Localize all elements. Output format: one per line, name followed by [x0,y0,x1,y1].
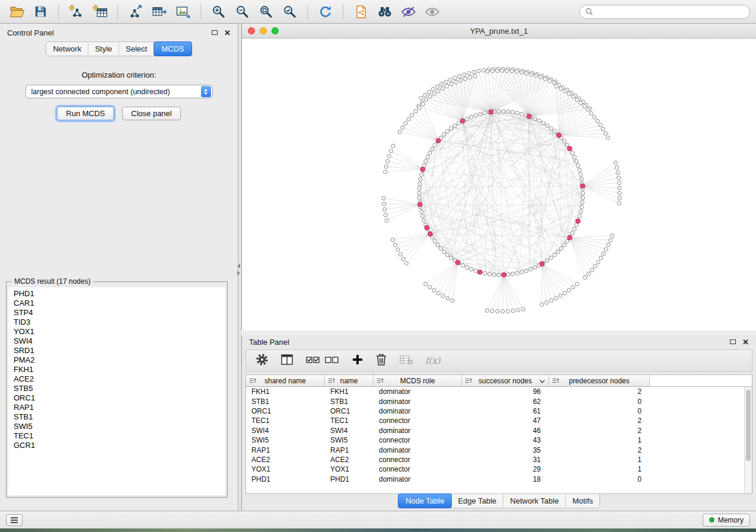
mcds-result-item[interactable]: RAP1 [8,403,225,412]
network-node[interactable] [428,151,432,155]
table-settings-button[interactable] [256,353,269,368]
network-node[interactable] [520,112,524,116]
network-node[interactable] [404,121,407,125]
network-node[interactable] [465,265,469,269]
network-node[interactable] [580,177,583,181]
network-node[interactable] [436,291,440,295]
network-node[interactable] [511,309,515,313]
network-node[interactable] [428,286,432,289]
table-scrollbar[interactable] [744,387,752,493]
share-document-button[interactable] [350,2,372,21]
network-node[interactable] [572,286,575,289]
import-network-button[interactable] [65,2,87,21]
mcds-result-item[interactable]: ACE2 [8,374,225,384]
zoom-fit-button[interactable] [255,2,277,21]
network-node[interactable] [465,117,469,120]
network-node[interactable] [511,273,515,276]
network-node[interactable] [580,205,583,209]
table-row[interactable]: TEC1TEC1connector472 [246,416,752,425]
network-node[interactable] [553,81,556,85]
network-node[interactable] [391,238,395,242]
network-node[interactable] [449,82,453,86]
mcds-result-item[interactable]: FKH1 [8,365,225,374]
network-node[interactable] [401,257,405,261]
network-node[interactable] [578,214,581,218]
network-node[interactable] [418,182,422,185]
network-node[interactable] [541,121,545,125]
table-row[interactable]: RAP1RAP1dominator352 [246,445,752,454]
network-node[interactable] [436,243,439,246]
network-node[interactable] [579,101,583,105]
network-node[interactable] [426,155,429,159]
mcds-result-item[interactable]: TID3 [8,318,225,327]
table-row[interactable]: SWI4SWI4dominator462 [246,426,752,435]
deselect-all-button[interactable] [324,354,340,368]
run-mcds-button[interactable]: Run MCDS [57,107,114,120]
network-node[interactable] [506,309,509,313]
dominator-node[interactable] [436,138,441,143]
network-node[interactable] [570,232,574,235]
network-node[interactable] [520,70,524,74]
network-node[interactable] [420,173,423,177]
window-close-button[interactable] [248,27,255,34]
network-node[interactable] [436,89,440,93]
mcds-result-item[interactable]: CAR1 [8,299,225,308]
scrollbar-thumb[interactable] [746,390,751,461]
table-row[interactable]: STB1STB1dominator620 [246,396,752,406]
network-node[interactable] [442,250,446,254]
column-header-successor-nodes[interactable]: successor nodes [462,375,549,386]
tab-node-table[interactable]: Node Table [398,493,452,508]
dominator-node[interactable] [540,262,544,267]
network-node[interactable] [581,191,585,195]
network-node[interactable] [427,90,430,94]
network-node[interactable] [472,70,476,74]
mcds-result-item[interactable]: PHD1 [8,289,225,299]
network-node[interactable] [470,115,473,118]
network-node[interactable] [423,93,427,97]
network-node[interactable] [470,268,473,271]
network-canvas[interactable] [242,39,755,330]
mcds-result-item[interactable]: STP4 [8,308,225,318]
network-node[interactable] [383,208,387,211]
network-node[interactable] [510,69,513,73]
network-node[interactable] [515,70,518,73]
network-node[interactable] [492,273,496,276]
network-node[interactable] [515,271,519,275]
network-node[interactable] [546,124,549,127]
network-node[interactable] [548,79,551,82]
select-all-button[interactable] [305,354,321,368]
network-node[interactable] [533,117,537,120]
network-node[interactable] [537,119,541,123]
mcds-result-item[interactable]: SWI5 [8,422,225,431]
network-node[interactable] [608,238,612,242]
tab-select[interactable]: Select [119,43,154,55]
network-node[interactable] [560,246,563,250]
network-node[interactable] [404,261,408,265]
network-node[interactable] [490,69,494,73]
network-node[interactable] [385,219,388,222]
network-node[interactable] [462,73,466,76]
table-row[interactable]: ACE2ACE2connector311 [246,455,752,464]
network-node[interactable] [506,110,510,113]
dominator-node[interactable] [567,146,572,151]
network-node[interactable] [422,219,426,222]
network-node[interactable] [486,69,489,73]
network-node[interactable] [424,282,428,286]
dominator-node[interactable] [455,260,460,265]
network-node[interactable] [567,92,571,95]
memory-button[interactable]: Memory [703,514,750,527]
network-node[interactable] [583,104,586,108]
network-node[interactable] [525,72,528,75]
network-node[interactable] [398,252,402,256]
network-node[interactable] [579,210,582,213]
network-node[interactable] [473,75,477,78]
network-node[interactable] [520,270,524,274]
mcds-result-item[interactable]: TEC1 [8,431,225,441]
open-session-button[interactable] [6,2,28,21]
dominator-node[interactable] [567,235,572,240]
network-node[interactable] [391,144,395,148]
save-session-button[interactable] [30,2,52,21]
network-node[interactable] [540,303,544,306]
column-header-shared-name[interactable]: shared name [246,375,325,386]
network-node[interactable] [505,69,509,72]
